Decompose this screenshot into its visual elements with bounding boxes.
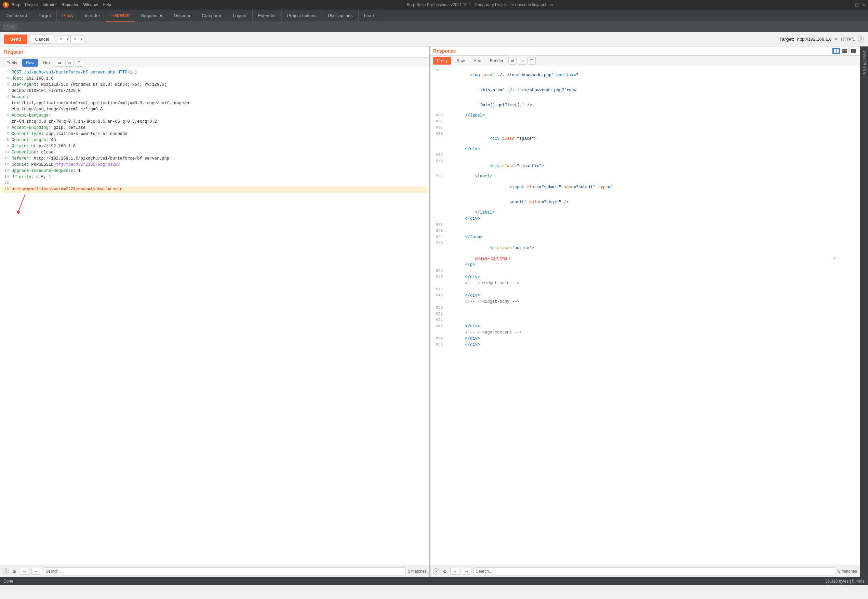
resp-line-941: 941 <label>: [432, 174, 859, 180]
resp-line-934: 934 <img src="../../inc/showvcode.php" o…: [432, 68, 859, 83]
target-label: Target:: [779, 36, 794, 42]
resp-line-937: 937: [432, 125, 859, 131]
resp-line-946: 946: [432, 268, 859, 274]
status-right: 35,318 bytes | 5 millis: [825, 579, 865, 584]
send-button[interactable]: Send: [4, 35, 27, 44]
response-filter-icon[interactable]: ⇌: [508, 57, 517, 65]
svg-marker-1: [17, 211, 20, 215]
view-mode-horizontal[interactable]: [841, 48, 848, 54]
window-title: Burp Suite Professional v2021.12.1 - Tem…: [407, 2, 553, 7]
nav-next-dropdown[interactable]: ▾: [79, 35, 84, 44]
nav-intruder[interactable]: Intruder: [79, 9, 106, 21]
maximize-button[interactable]: □: [855, 2, 858, 8]
response-tab-render[interactable]: Render: [486, 57, 507, 65]
resp-line-938: 938 <div class="space">: [432, 131, 859, 146]
request-search-next[interactable]: →: [32, 568, 41, 575]
code-line-2: 2 Host: 192.168.1.6: [2, 76, 428, 82]
edit-target-icon[interactable]: ✏: [835, 36, 838, 42]
menu-repeater[interactable]: Repeater: [62, 2, 78, 7]
request-tab-raw[interactable]: Raw: [22, 59, 38, 67]
close-button[interactable]: ×: [862, 2, 865, 8]
request-search-input[interactable]: [43, 567, 406, 575]
response-search-next[interactable]: →: [462, 568, 472, 575]
nav-prev-button[interactable]: <: [57, 35, 65, 44]
response-newline-icon[interactable]: \n: [518, 57, 526, 65]
code-line-1: 1 POST /pikachu/vul/burteforce/bf_server…: [2, 70, 428, 76]
nav-user-options[interactable]: User options: [322, 9, 359, 21]
resp-line-941b: <input class="submit" name="submit" type…: [432, 180, 859, 195]
resp-line-940: 940 <div class="clearfix">: [432, 158, 859, 174]
cancel-button[interactable]: Cancel: [30, 35, 54, 44]
request-tab-pretty[interactable]: Pretty: [3, 59, 21, 67]
request-newline-icon[interactable]: \n: [65, 59, 74, 67]
request-tab-hex[interactable]: Hex: [39, 59, 54, 67]
inspector-label[interactable]: INSPECTOR: [861, 47, 868, 80]
nav-project-options[interactable]: Project options: [282, 9, 322, 21]
tab-1[interactable]: 1 ×: [3, 24, 17, 30]
response-search-prev[interactable]: ←: [450, 568, 460, 575]
response-settings-icon[interactable]: ⚙: [442, 568, 448, 575]
resp-line-955: 955 </div>: [432, 342, 859, 348]
nav-learn[interactable]: Learn: [359, 9, 381, 21]
nav-prev-dropdown[interactable]: ▾: [65, 35, 71, 44]
response-code-area[interactable]: 934 <img src="../../inc/showvcode.php" o…: [430, 66, 860, 565]
resp-line-941e: </div>: [432, 216, 859, 222]
help-icon[interactable]: ?: [858, 36, 864, 42]
request-settings-icon[interactable]: ⚙: [11, 568, 18, 575]
request-search-prev[interactable]: ←: [20, 568, 29, 575]
menu-help[interactable]: Help: [102, 2, 111, 7]
window-controls: − □ ×: [848, 2, 865, 8]
menu-intruder[interactable]: Intruder: [43, 2, 57, 7]
tab-1-close[interactable]: ×: [11, 25, 14, 29]
code-line-3: 3 User-Agent: Mozilla/5.0 (Windows NT 10…: [2, 82, 428, 88]
nav-repeater[interactable]: Repeater: [106, 9, 136, 21]
nav-comparer[interactable]: Comparer: [196, 9, 228, 21]
menu-window[interactable]: Window: [83, 2, 98, 7]
tab-bar: 1 × ...: [0, 22, 868, 32]
resp-line-949: 949 </div>: [432, 293, 859, 299]
svg-rect-5: [842, 51, 847, 53]
nav-decoder[interactable]: Decoder: [168, 9, 196, 21]
svg-rect-4: [842, 49, 847, 51]
response-tab-raw[interactable]: Raw: [453, 57, 469, 65]
code-line-11: 11 Referer: http://192.168.1.6/pikachu/v…: [2, 156, 428, 162]
request-filter-icon[interactable]: ⇌: [56, 59, 64, 67]
resp-line-945c: </p>: [432, 262, 859, 268]
status-left: Done: [3, 579, 14, 584]
response-menu-icon[interactable]: ☰: [527, 57, 536, 65]
nav-proxy[interactable]: Proxy: [57, 9, 79, 21]
response-help-icon[interactable]: ?: [433, 568, 439, 574]
nav-sequencer[interactable]: Sequencer: [136, 9, 168, 21]
status-bar: Done 35,318 bytes | 5 millis: [0, 577, 868, 585]
menu-burp[interactable]: Burp: [12, 2, 20, 7]
view-mode-split[interactable]: [832, 48, 840, 54]
resp-line-943: 943: [432, 228, 859, 235]
response-tab-hex[interactable]: Hex: [470, 57, 484, 65]
view-mode-single[interactable]: [850, 48, 857, 54]
request-code-area[interactable]: 1 POST /pikachu/vul/burteforce/bf_server…: [0, 68, 429, 565]
request-menu-icon[interactable]: ☰: [75, 59, 83, 67]
nav-target[interactable]: Target: [33, 9, 57, 21]
resp-line-952: 952: [432, 318, 859, 324]
response-search-input[interactable]: [473, 567, 836, 575]
title-bar-left: B Burp Project Intruder Repeater Window …: [3, 2, 111, 8]
svg-rect-2: [834, 49, 836, 53]
tab-more[interactable]: ...: [20, 24, 24, 29]
menu-project[interactable]: Project: [25, 2, 38, 7]
toolbar: Send Cancel < ▾ > ▾ Target: http://192.1…: [0, 32, 868, 47]
minimize-button[interactable]: −: [848, 2, 851, 8]
code-line-13: 13 Upgrade-Insecure-Requests: 1: [2, 168, 428, 174]
request-bottom-bar: ? ⚙ ← → 0 matches: [0, 565, 429, 577]
nav-logger[interactable]: Logger: [228, 9, 252, 21]
nav-dashboard[interactable]: Dashboard: [0, 9, 33, 21]
response-tab-pretty[interactable]: Pretty: [433, 57, 451, 65]
nav-next-button[interactable]: >: [71, 35, 79, 44]
nav-extender[interactable]: Extender: [253, 9, 282, 21]
resp-line-945b: 验证码不能为空哦！ ←: [432, 256, 859, 262]
request-help-icon[interactable]: ?: [3, 568, 9, 574]
resp-line-945: 945 <p class='notice'>: [432, 241, 859, 256]
svg-rect-6: [851, 49, 856, 53]
target-url: http://192.168.1.6: [797, 36, 832, 42]
resp-line-934c: Date().getTime();" />: [432, 98, 859, 113]
http-version: HTTP/1: [841, 37, 855, 42]
